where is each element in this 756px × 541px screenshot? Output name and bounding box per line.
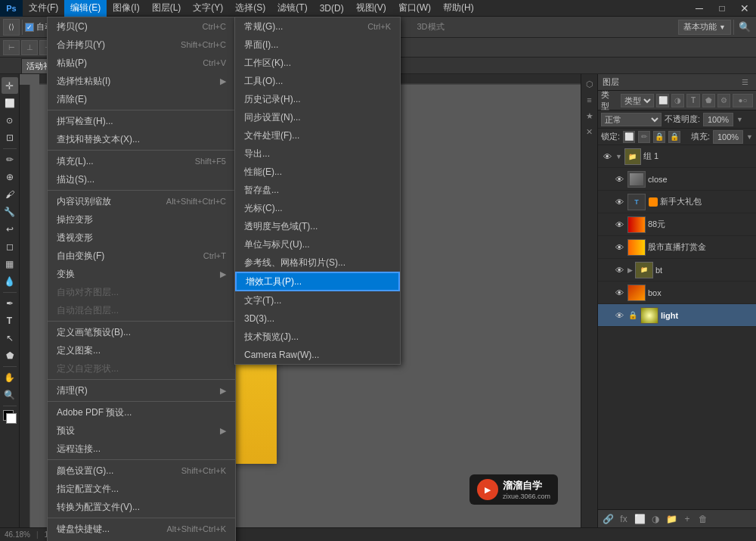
menu-define-pattern[interactable]: 定义图案...: [48, 341, 235, 359]
pref-performance[interactable]: 性能(E)...: [235, 163, 400, 181]
pref-file-handling[interactable]: 文件处理(F)...: [235, 126, 400, 145]
pref-export[interactable]: 导出...: [235, 145, 400, 163]
search-btn[interactable]: 🔍: [736, 19, 753, 36]
filter-adj[interactable]: ◑: [671, 94, 684, 107]
layer-group-btn[interactable]: 📁: [665, 512, 678, 526]
filter-pixel[interactable]: ⬜: [656, 94, 669, 107]
layer-delete[interactable]: 🗑: [696, 512, 710, 526]
menu-remote[interactable]: 远程连接...: [48, 440, 235, 458]
menu-perspective-warp[interactable]: 透视变形: [48, 229, 235, 247]
menu-fill[interactable]: 填充(L)...Shift+F5: [48, 152, 235, 170]
lock-image[interactable]: ✏: [638, 131, 650, 143]
layer-link[interactable]: 🔗: [601, 512, 615, 526]
menu-define-shape[interactable]: 定义自定形状...: [48, 359, 235, 378]
filter-toggle[interactable]: ●○: [733, 94, 753, 107]
menu-select[interactable]: 选择(S): [229, 0, 271, 17]
window-maximize[interactable]: □: [711, 0, 733, 17]
tool-eyedropper[interactable]: ✏: [2, 151, 18, 168]
tool-hand[interactable]: ✋: [2, 369, 18, 386]
ri-collapse[interactable]: ✕: [583, 125, 596, 138]
ri-adjust[interactable]: ⬡: [583, 77, 596, 91]
layer-group1[interactable]: 👁 ▼ 📁 组 1: [598, 145, 756, 168]
menu-3d[interactable]: 3D(D): [314, 0, 350, 17]
layer-fx[interactable]: fx: [617, 512, 631, 526]
menu-copy[interactable]: 拷贝(C)Ctrl+C: [48, 17, 235, 36]
menu-adobe-pdf[interactable]: Adobe PDF 预设...: [48, 403, 235, 421]
fg-bg-colors[interactable]: [2, 409, 18, 425]
layer-stock[interactable]: 👁 股市直播打赏金: [598, 236, 756, 259]
filter-type-select[interactable]: 类型: [621, 94, 654, 107]
layer-arrow[interactable]: ▼: [615, 153, 622, 160]
pref-history[interactable]: 历史记录(H)...: [235, 90, 400, 108]
pref-units[interactable]: 单位与标尺(U)...: [235, 235, 400, 253]
pref-transparency[interactable]: 透明度与色域(T)...: [235, 217, 400, 235]
tool-zoom[interactable]: 🔍: [2, 387, 18, 403]
menu-type[interactable]: 文字(Y): [187, 0, 229, 17]
menu-clear[interactable]: 清除(E): [48, 90, 235, 108]
tool-gradient[interactable]: ▦: [2, 256, 18, 272]
pref-tech-preview[interactable]: 技术预览(J)...: [235, 328, 400, 346]
menu-find-replace[interactable]: 查找和替换文本(X)...: [48, 130, 235, 148]
layer-box[interactable]: 👁 box: [598, 281, 756, 304]
layer-mask[interactable]: ⬜: [633, 512, 646, 526]
align-center-v[interactable]: ⊥: [21, 40, 38, 55]
menu-help[interactable]: 帮助(H): [437, 0, 480, 17]
lock-all[interactable]: 🔒: [668, 131, 680, 143]
layer-close[interactable]: 👁 close: [598, 168, 756, 191]
layer-88yuan[interactable]: 👁 88元: [598, 213, 756, 236]
tool-crop[interactable]: ⊡: [2, 129, 18, 146]
pref-type[interactable]: 文字(T)...: [235, 291, 400, 309]
layer-light[interactable]: 👁 🔒 light: [598, 304, 756, 327]
tool-move[interactable]: ✛: [2, 77, 18, 94]
menu-keyboard-shortcuts[interactable]: 键盘快捷键...Alt+Shift+Ctrl+K: [48, 520, 235, 538]
window-minimize[interactable]: ─: [688, 0, 711, 17]
menu-paste[interactable]: 粘贴(P)Ctrl+V: [48, 54, 235, 72]
menu-stroke[interactable]: 描边(S)...: [48, 170, 235, 188]
menu-puppet-warp[interactable]: 操控变形: [48, 210, 235, 229]
menu-file[interactable]: 文件(F): [23, 0, 64, 17]
eye-icon[interactable]: 👁: [613, 196, 625, 208]
tool-text[interactable]: T: [2, 312, 18, 329]
pref-sync[interactable]: 同步设置(N)...: [235, 108, 400, 126]
pref-guides[interactable]: 参考线、网格和切片(S)...: [235, 253, 400, 272]
menu-auto-blend[interactable]: 自动混合图层...: [48, 301, 235, 319]
fill-input[interactable]: [713, 130, 743, 144]
menu-view[interactable]: 视图(V): [350, 0, 392, 17]
layer-new[interactable]: +: [680, 512, 694, 526]
menu-transform[interactable]: 变换▶: [48, 265, 235, 283]
layer-title-text[interactable]: 👁 T 新手大礼包: [598, 191, 756, 213]
lock-transparent[interactable]: ⬜: [623, 131, 635, 143]
pref-camera-raw[interactable]: Camera Raw(W)...: [235, 346, 400, 364]
tool-stamp[interactable]: 🔧: [2, 204, 18, 220]
menu-free-transform[interactable]: 自由变换(F)Ctrl+T: [48, 247, 235, 265]
menu-filter[interactable]: 滤镜(T): [271, 0, 313, 17]
tool-lasso[interactable]: ⊙: [2, 112, 18, 129]
layers-menu-btn[interactable]: ☰: [738, 76, 751, 89]
menu-convert-profile[interactable]: 转换为配置文件(V)...: [48, 498, 235, 516]
menu-auto-align[interactable]: 自动对齐图层...: [48, 283, 235, 301]
ri-style[interactable]: ★: [583, 109, 596, 123]
menu-purge[interactable]: 清理(R)▶: [48, 381, 235, 400]
filter-smart[interactable]: ⚙: [717, 94, 730, 107]
eye-icon[interactable]: 👁: [613, 241, 625, 253]
eye-icon[interactable]: 👁: [613, 264, 625, 276]
fill-dropdown[interactable]: ▼: [746, 133, 753, 141]
filter-text[interactable]: T: [686, 94, 699, 107]
layer-bt-group[interactable]: 👁 ▶ 📁 bt: [598, 259, 756, 281]
menu-content-aware[interactable]: 内容识别缩放Alt+Shift+Ctrl+C: [48, 192, 235, 210]
menu-layer[interactable]: 图层(L): [146, 0, 187, 17]
lock-position[interactable]: 🔒: [653, 131, 665, 143]
tool-path-select[interactable]: ↖: [2, 330, 18, 347]
menu-edit[interactable]: 编辑(E): [64, 0, 107, 17]
pref-workspace[interactable]: 工作区(K)...: [235, 54, 400, 72]
pref-plugins[interactable]: 增效工具(P)...: [235, 272, 400, 291]
menu-window[interactable]: 窗口(W): [392, 0, 437, 17]
tool-history[interactable]: ↩: [2, 221, 18, 238]
opacity-input[interactable]: [703, 113, 733, 126]
filter-shape[interactable]: ⬟: [702, 94, 715, 107]
menu-menus[interactable]: 菜单(M)...Alt+Shift+Ctrl+M: [48, 538, 235, 541]
blend-mode-select[interactable]: 正常: [601, 113, 662, 126]
tool-heal[interactable]: ⊕: [2, 169, 18, 185]
workspace-dropdown[interactable]: 基本功能 ▼: [678, 20, 731, 35]
layer-arrow[interactable]: ▶: [627, 266, 633, 274]
